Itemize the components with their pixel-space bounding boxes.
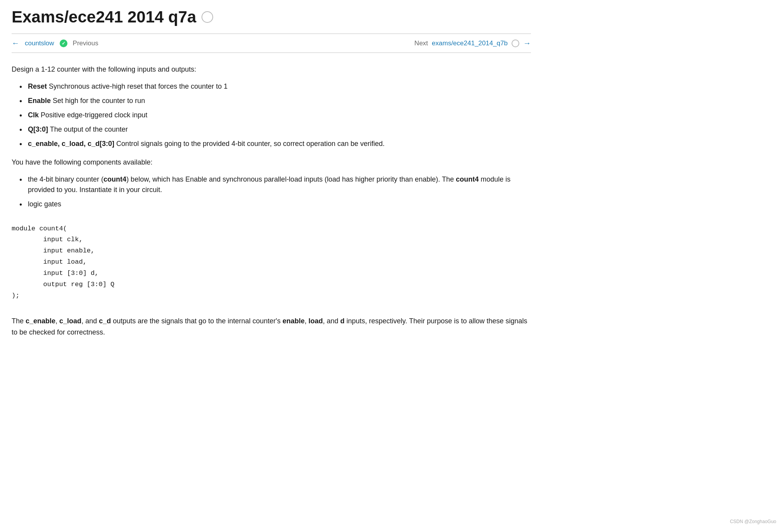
term-csignals: c_enable, c_load, c_d[3:0] [28,140,114,148]
list-item: Clk Positive edge-triggered clock input [19,110,531,120]
next-status-circle [512,39,519,47]
prev-link[interactable]: countslow [25,39,54,47]
logic-gates-text: logic gates [28,200,61,208]
bottom-bold-enable: enable [283,317,305,325]
bottom-text-5: , [305,317,308,325]
bottom-text-6: , and [323,317,340,325]
main-content: Design a 1-12 counter with the following… [12,64,531,338]
desc-q: The output of the counter [50,125,128,133]
list-item: Reset Synchronous active-high reset that… [19,81,531,92]
bottom-text-4: outputs are the signals that go to the i… [111,317,283,325]
code-block: module count4( input clk, input enable, … [12,217,531,308]
previous-label: Previous [73,39,98,47]
bottom-bold-cd: c_d [99,317,111,325]
list-item: c_enable, c_load, c_d[3:0] Control signa… [19,139,531,149]
components-intro: You have the following components availa… [12,157,531,168]
nav-left: ← countslow ✓ Previous [12,39,98,48]
check-icon: ✓ [60,39,67,47]
bottom-text-1: The [12,317,26,325]
next-label: Next [414,39,428,47]
back-arrow-icon[interactable]: ← [12,39,19,48]
page-title: Exams/ece241 2014 q7a [12,8,196,26]
desc-csignals: Control signals going to the provided 4-… [116,140,384,148]
term-clk: Clk [28,111,39,119]
title-status-circle [202,11,213,23]
bottom-text-3: , and [81,317,99,325]
desc-clk: Positive edge-triggered clock input [41,111,147,119]
bottom-paragraph: The c_enable, c_load, and c_d outputs ar… [12,316,531,338]
bottom-bold-load: load [308,317,323,325]
bottom-bold-d: d [340,317,345,325]
components-list: the 4-bit binary counter (count4) below,… [19,174,531,209]
desc-enable: Set high for the counter to run [53,97,145,105]
next-link[interactable]: exams/ece241_2014_q7b [432,39,508,47]
term-count4-2: count4 [456,175,479,183]
nav-bar: ← countslow ✓ Previous Next exams/ece241… [12,33,531,53]
list-item: Q[3:0] The output of the counter [19,124,531,135]
count4-desc-before: the 4-bit binary counter ( [28,175,103,183]
count4-desc-middle: ) below, which has Enable and synchronou… [126,175,456,183]
list-item-logic-gates: logic gates [19,199,531,209]
inputs-outputs-list: Reset Synchronous active-high reset that… [19,81,531,149]
bottom-bold-cenable: c_enable [26,317,55,325]
intro-text: Design a 1-12 counter with the following… [12,64,531,75]
term-count4: count4 [103,175,126,183]
forward-arrow-icon[interactable]: → [523,39,531,48]
nav-right: Next exams/ece241_2014_q7b → [414,39,531,48]
bottom-bold-cload: c_load [59,317,81,325]
term-reset: Reset [28,82,47,90]
page-title-container: Exams/ece241 2014 q7a [12,8,531,26]
desc-reset: Synchronous active-high reset that force… [49,82,227,90]
term-q: Q[3:0] [28,125,48,133]
list-item: Enable Set high for the counter to run [19,96,531,106]
term-enable: Enable [28,97,51,105]
bottom-text-2: , [55,317,59,325]
list-item-count4: the 4-bit binary counter (count4) below,… [19,174,531,195]
